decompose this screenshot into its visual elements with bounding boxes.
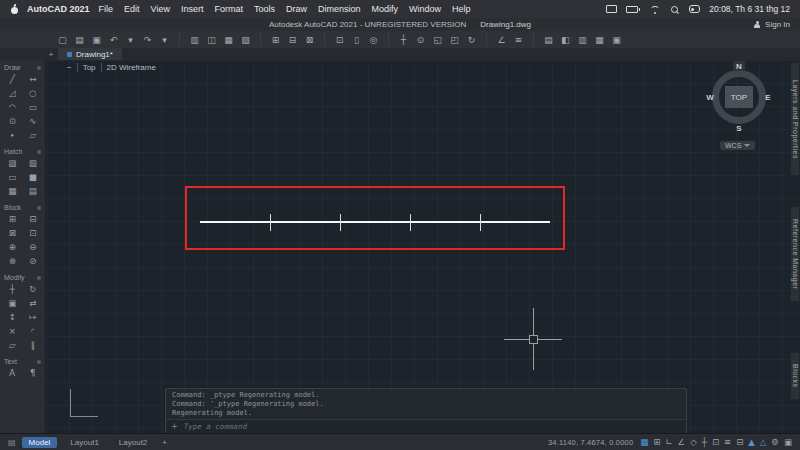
tool-palettes-button[interactable]: ▥: [576, 33, 589, 46]
point-tool-icon[interactable]: ∙: [2, 128, 23, 141]
customize-icon[interactable]: +: [171, 422, 178, 431]
section-collapse-icon[interactable]: [37, 66, 41, 70]
new-file-button[interactable]: ▢: [56, 33, 69, 46]
clean-screen-icon[interactable]: ▣: [784, 437, 792, 447]
copy-clip-button[interactable]: ⊡: [333, 33, 346, 46]
hatch-tool-icon[interactable]: ▨: [2, 156, 23, 169]
match-properties-button[interactable]: ◎: [367, 33, 380, 46]
compass-north[interactable]: N: [733, 61, 745, 71]
edit-block-tool-icon[interactable]: ⊕: [2, 240, 23, 253]
drawing-canvas[interactable]: [0, 60, 800, 433]
line-tool-icon[interactable]: ╱: [2, 72, 23, 85]
object-snap-icon[interactable]: ⊡: [712, 437, 719, 447]
polar-tracking-icon[interactable]: ∠: [678, 437, 686, 447]
menu-modify[interactable]: Modify: [372, 4, 399, 14]
region-tool-icon[interactable]: ▱: [23, 128, 44, 141]
quick-calc-button[interactable]: ≡: [512, 33, 525, 46]
rotate-tool-icon[interactable]: ↻: [23, 282, 44, 295]
viewcube-compass[interactable]: N E S W TOP: [704, 62, 774, 132]
trim-tool-icon[interactable]: ×: [2, 324, 23, 337]
menu-insert[interactable]: Insert: [181, 4, 204, 14]
menu-format[interactable]: Format: [214, 4, 243, 14]
view-control[interactable]: Top: [77, 63, 101, 72]
menu-draw[interactable]: Draw: [286, 4, 307, 14]
dynamic-input-icon[interactable]: ⊟: [736, 437, 743, 447]
arc-tool-icon[interactable]: ◠: [2, 100, 23, 113]
viewport-minimize-control[interactable]: −: [62, 63, 77, 72]
wifi-icon[interactable]: [649, 4, 660, 14]
menu-dimension[interactable]: Dimension: [318, 4, 361, 14]
mirror-tool-icon[interactable]: ⇄: [23, 296, 44, 309]
ortho-icon[interactable]: ∟: [665, 437, 672, 447]
offset-tool-icon[interactable]: ∥: [23, 338, 44, 351]
insert-block-button[interactable]: ⊞: [269, 33, 282, 46]
erase-tool-icon[interactable]: ▱: [2, 338, 23, 351]
display-icon[interactable]: [606, 4, 617, 14]
modify-section-header[interactable]: Modify: [0, 273, 45, 282]
circle-tool-icon[interactable]: ○: [23, 86, 44, 99]
compass-east[interactable]: E: [762, 92, 774, 102]
app-menu-title[interactable]: AutoCAD 2021: [27, 4, 90, 14]
snap-icon[interactable]: ⊞: [653, 437, 660, 447]
layout-browser-icon[interactable]: ▤: [8, 438, 16, 447]
menu-help[interactable]: Help: [452, 4, 471, 14]
menu-window[interactable]: Window: [409, 4, 441, 14]
spline-tool-icon[interactable]: ∿: [23, 114, 44, 127]
visual-style-control[interactable]: 2D Wireframe: [101, 63, 161, 72]
edit-hatch-tool-icon[interactable]: ▤: [23, 184, 44, 197]
model-tab[interactable]: Model: [22, 437, 58, 448]
measure-button[interactable]: ∠: [495, 33, 508, 46]
zoom-window-button[interactable]: ◱: [431, 33, 444, 46]
new-layout-button[interactable]: +: [160, 438, 169, 447]
gradient-tool-icon[interactable]: ▧: [23, 156, 44, 169]
coordinates-readout[interactable]: 34.1140, 7.4674, 0.0000: [548, 438, 633, 447]
window-titlebar[interactable]: Autodesk AutoCAD 2021 - UNREGISTERED VER…: [0, 18, 800, 31]
wcs-dropdown[interactable]: WCS: [720, 141, 755, 150]
block-section-header[interactable]: Block: [0, 203, 45, 212]
create-block-tool-icon[interactable]: ⊟: [23, 212, 44, 225]
apple-menu-icon[interactable]: [10, 4, 18, 15]
base-point-tool-icon[interactable]: ⊗: [2, 254, 23, 267]
layer-properties-button[interactable]: ▤: [542, 33, 555, 46]
clip-reference-button[interactable]: ⊠: [303, 33, 316, 46]
redo-button[interactable]: ↷: [141, 33, 154, 46]
blocks-palette-button[interactable]: ▣: [610, 33, 623, 46]
compass-west[interactable]: W: [704, 92, 716, 102]
layout1-tab[interactable]: Layout1: [63, 437, 105, 448]
copy-tool-icon[interactable]: ▣: [2, 296, 23, 309]
menu-edit[interactable]: Edit: [124, 4, 140, 14]
fillet-tool-icon[interactable]: ◜: [23, 324, 44, 337]
orbit-button[interactable]: ↻: [465, 33, 478, 46]
compass-top-face[interactable]: TOP: [725, 86, 753, 108]
redo-dropdown-button[interactable]: ▾: [158, 33, 171, 46]
battery-icon[interactable]: [626, 4, 640, 14]
attach-reference-button[interactable]: ⊟: [286, 33, 299, 46]
isometric-drafting-icon[interactable]: ◇: [690, 437, 697, 447]
sheet-set-button[interactable]: ▦: [593, 33, 606, 46]
layout2-tab[interactable]: Layout2: [112, 437, 154, 448]
command-input[interactable]: [182, 421, 681, 432]
paste-button[interactable]: ▯: [350, 33, 363, 46]
single-text-tool-icon[interactable]: A: [2, 366, 23, 379]
hatch-section-header[interactable]: Hatch: [0, 147, 45, 156]
control-center-icon[interactable]: [688, 4, 700, 14]
sign-in-button[interactable]: Sign In: [753, 18, 790, 31]
ellipse-tool-icon[interactable]: ⊙: [2, 114, 23, 127]
menu-tools[interactable]: Tools: [254, 4, 275, 14]
rectangle-tool-icon[interactable]: ▭: [23, 100, 44, 113]
plot-preview-button[interactable]: ◫: [205, 33, 218, 46]
drawing-tab[interactable]: Drawing1*: [58, 48, 122, 60]
blocks-palette-tab[interactable]: Blocks: [790, 352, 800, 400]
open-file-button[interactable]: ▤: [73, 33, 86, 46]
undo-dropdown-button[interactable]: ▾: [124, 33, 137, 46]
mtext-tool-icon[interactable]: ¶: [23, 366, 44, 379]
pan-button[interactable]: ┼: [397, 33, 410, 46]
menu-file[interactable]: File: [99, 4, 114, 14]
draw-section-header[interactable]: Draw: [0, 63, 45, 72]
write-block-tool-icon[interactable]: ⊠: [2, 226, 23, 239]
new-drawing-tab-button[interactable]: +: [44, 48, 58, 60]
pattern-tool-icon[interactable]: ▦: [2, 184, 23, 197]
explode-block-tool-icon[interactable]: ⊘: [23, 254, 44, 267]
properties-palette-button[interactable]: ◧: [559, 33, 572, 46]
solid-fill-tool-icon[interactable]: ■: [23, 170, 44, 183]
